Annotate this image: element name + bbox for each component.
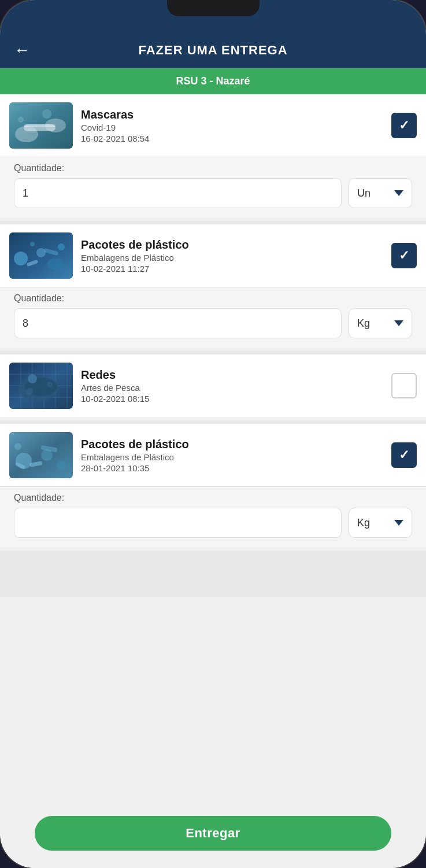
dropdown-arrow-plastico1 <box>394 320 403 326</box>
item-name-plastico2: Pacotes de plástico <box>81 438 391 451</box>
item-name-redes: Redes <box>81 368 391 382</box>
checkbox-plastico1[interactable]: ✓ <box>391 243 417 268</box>
item-section-plastico1: Pacotes de plástico Embalagens de Plásti… <box>0 224 426 348</box>
item-section-mascaras: Mascaras Covid-19 16-02-2021 08:54 ✓ Qua… <box>0 94 426 217</box>
item-category-mascaras: Covid-19 <box>81 123 391 132</box>
quantity-input-plastico1[interactable] <box>14 308 342 338</box>
item-date-redes: 10-02-2021 08:15 <box>81 394 391 404</box>
quantity-input-mascaras[interactable] <box>14 178 342 208</box>
checkbox-mascaras[interactable]: ✓ <box>391 113 417 138</box>
status-bar <box>0 0 426 35</box>
item-category-redes: Artes de Pesca <box>81 383 391 393</box>
checkmark-plastico1: ✓ <box>399 248 409 263</box>
item-section-redes: Redes Artes de Pesca 10-02-2021 08:15 <box>0 354 426 417</box>
checkmark-plastico2: ✓ <box>399 448 409 463</box>
page-title: FAZER UMA ENTREGA <box>138 43 287 58</box>
svg-point-11 <box>14 252 28 265</box>
unit-text-mascaras: Un <box>357 187 371 200</box>
svg-point-17 <box>30 242 35 246</box>
item-name-mascaras: Mascaras <box>81 108 391 121</box>
item-category-plastico1: Embalagens de Plástico <box>81 253 391 263</box>
subtitle-text: RSU 3 - Nazaré <box>176 75 250 87</box>
svg-point-37 <box>57 461 66 470</box>
dropdown-arrow-mascaras <box>394 190 403 196</box>
svg-point-32 <box>28 374 37 383</box>
back-button[interactable]: ← <box>14 41 30 60</box>
item-section-plastico2: Pacotes de plástico Embalagens de Plásti… <box>0 424 426 547</box>
quantity-section-plastico1: Quantidade: Kg <box>0 287 426 348</box>
subtitle-bar: RSU 3 - Nazaré <box>0 68 426 94</box>
quantity-row-plastico1: Kg <box>14 308 412 338</box>
unit-text-plastico1: Kg <box>357 317 370 330</box>
checkmark-mascaras: ✓ <box>399 118 409 133</box>
bottom-bar: Entregar <box>0 807 426 868</box>
phone-screen: ← FAZER UMA ENTREGA RSU 3 - Nazaré <box>0 0 426 868</box>
quantity-input-plastico2[interactable] <box>14 508 342 538</box>
quantity-row-plastico2: Kg <box>14 508 412 538</box>
checkbox-redes[interactable] <box>391 373 417 398</box>
item-name-plastico1: Pacotes de plástico <box>81 238 391 252</box>
item-date-mascaras: 16-02-2021 08:54 <box>81 134 391 143</box>
svg-point-40 <box>14 443 21 450</box>
quantity-label-plastico2: Quantidade: <box>14 493 412 503</box>
item-info-plastico1: Pacotes de plástico Embalagens de Plásti… <box>81 238 391 274</box>
unit-dropdown-plastico2[interactable]: Kg <box>349 508 412 538</box>
item-row-plastico2: Pacotes de plástico Embalagens de Plásti… <box>0 424 426 486</box>
item-row-mascaras: Mascaras Covid-19 16-02-2021 08:54 ✓ <box>0 94 426 157</box>
item-info-redes: Redes Artes de Pesca 10-02-2021 08:15 <box>81 368 391 404</box>
item-info-mascaras: Mascaras Covid-19 16-02-2021 08:54 <box>81 108 391 143</box>
unit-dropdown-plastico1[interactable]: Kg <box>349 308 412 338</box>
svg-point-31 <box>47 382 53 387</box>
separator-4 <box>0 551 426 597</box>
svg-point-7 <box>42 109 51 119</box>
checkbox-plastico2[interactable]: ✓ <box>391 442 417 468</box>
svg-point-13 <box>47 258 64 270</box>
item-image-plastico1 <box>9 232 73 279</box>
item-date-plastico1: 10-02-2021 11:27 <box>81 264 391 274</box>
item-row-plastico1: Pacotes de plástico Embalagens de Plásti… <box>0 224 426 287</box>
notch <box>167 0 260 16</box>
quantity-label-mascaras: Quantidade: <box>14 163 412 173</box>
item-image-plastico2 <box>9 432 73 478</box>
svg-point-30 <box>26 388 33 395</box>
header: ← FAZER UMA ENTREGA <box>0 35 426 68</box>
quantity-section-plastico2: Quantidade: Kg <box>0 486 426 547</box>
unit-dropdown-mascaras[interactable]: Un <box>349 178 412 208</box>
content-area: Mascaras Covid-19 16-02-2021 08:54 ✓ Qua… <box>0 94 426 807</box>
quantity-section-mascaras: Quantidade: Un <box>0 157 426 217</box>
svg-rect-5 <box>24 124 55 127</box>
svg-point-8 <box>18 117 24 123</box>
item-image-redes <box>9 363 73 409</box>
item-date-plastico2: 28-01-2021 10:35 <box>81 463 391 473</box>
quantity-label-plastico1: Quantidade: <box>14 293 412 304</box>
item-row-redes: Redes Artes de Pesca 10-02-2021 08:15 <box>0 354 426 417</box>
item-image-mascaras <box>9 102 73 149</box>
unit-text-plastico2: Kg <box>357 517 370 529</box>
svg-point-16 <box>58 243 65 250</box>
quantity-row-mascaras: Un <box>14 178 412 208</box>
item-category-plastico2: Embalagens de Plástico <box>81 452 391 462</box>
dropdown-arrow-plastico2 <box>394 520 403 526</box>
deliver-button[interactable]: Entregar <box>35 816 391 851</box>
phone-shell: ← FAZER UMA ENTREGA RSU 3 - Nazaré <box>0 0 426 868</box>
item-info-plastico2: Pacotes de plástico Embalagens de Plásti… <box>81 438 391 473</box>
